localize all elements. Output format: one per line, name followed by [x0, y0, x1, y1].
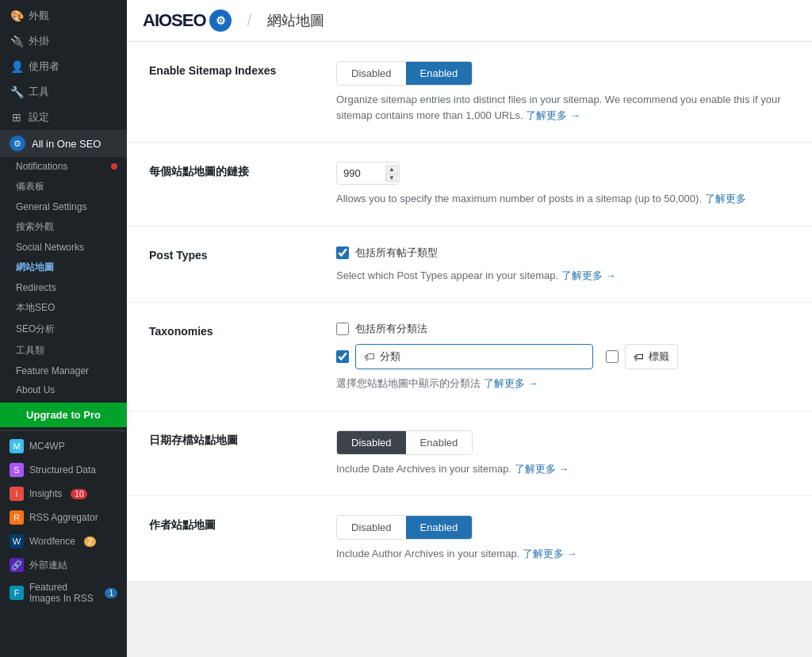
settings-icon: ⊞: [10, 111, 24, 124]
taxonomies-learn-more[interactable]: 了解更多 →: [484, 377, 538, 389]
plugins-icon: 🔌: [10, 35, 24, 48]
sidebar-item-label: 外掛: [29, 34, 49, 48]
author-sitemap-enabled-button[interactable]: Enabled: [406, 516, 473, 539]
tag1-checkbox[interactable]: [336, 350, 349, 363]
tag2-checkbox[interactable]: [606, 350, 619, 363]
date-archives-toggle-group: Disabled Enabled: [336, 430, 473, 455]
author-sitemap-disabled-button[interactable]: Disabled: [337, 516, 406, 539]
external-links-icon: 🔗: [10, 558, 24, 572]
taxonomies-section: Taxonomies 包括所有分類法 🏷 分類 🏷: [127, 303, 812, 411]
sidebar-item-label: 工具: [29, 85, 49, 99]
external-links-label: 外部連結: [29, 559, 67, 572]
plugin-item-structured-data[interactable]: S Structured Data: [0, 458, 127, 482]
sidebar: 🎨 外觀 🔌 外掛 👤 使用者 🔧 工具 ⊞ 設定 ⚙ All in One S…: [0, 0, 127, 657]
local-seo-label: 本地SEO: [16, 301, 55, 315]
page-title: 網站地圖: [267, 11, 324, 30]
mc4wp-icon: M: [10, 439, 24, 453]
enabled-button[interactable]: Enabled: [406, 62, 473, 85]
author-sitemap-control: Disabled Enabled Include Author Archives…: [336, 515, 790, 562]
plugin-item-mc4wp[interactable]: M MC4WP: [0, 434, 127, 458]
submenu-item-sitemap[interactable]: 網站地圖: [0, 257, 127, 278]
featured-images-label: Featured Images In RSS: [29, 582, 96, 604]
social-networks-label: Social Networks: [16, 242, 84, 253]
sidebar-item-label: 使用者: [29, 59, 59, 74]
taxonomies-control: 包括所有分類法 🏷 分類 🏷 標籤: [336, 322, 790, 392]
tag1-field[interactable]: 🏷 分類: [355, 344, 593, 369]
enable-sitemap-description: Organize sitemap entries into distinct f…: [336, 92, 790, 123]
tag1-icon: 🏷: [364, 350, 375, 363]
about-us-label: About Us: [16, 384, 55, 395]
submenu-item-feature-manager[interactable]: Feature Manager: [0, 361, 127, 380]
enable-sitemap-toggle-group: Disabled Enabled: [336, 61, 473, 86]
submenu-item-about-us[interactable]: About Us: [0, 380, 127, 399]
date-archives-section: 日期存檔站點地圖 Disabled Enabled Include Date A…: [127, 411, 812, 497]
plugin-item-featured-images[interactable]: F Featured Images In RSS 1: [0, 577, 127, 609]
logo-gear-icon: ⚙: [209, 10, 232, 32]
spinner-down[interactable]: ▼: [385, 174, 398, 181]
submenu-item-redirects[interactable]: Redirects: [0, 278, 127, 297]
submenu-item-social-networks[interactable]: Social Networks: [0, 238, 127, 257]
submenu-item-tools-menu[interactable]: 工具類: [0, 340, 127, 361]
sidebar-item-settings[interactable]: ⊞ 設定: [0, 105, 127, 130]
author-sitemap-description: Include Author Archives in your sitemap.…: [336, 546, 790, 562]
search-appearance-label: 搜索外觀: [16, 220, 54, 234]
date-archives-enabled-button[interactable]: Enabled: [406, 431, 473, 454]
sidebar-item-users[interactable]: 👤 使用者: [0, 54, 127, 79]
author-sitemap-section: 作者站點地圖 Disabled Enabled Include Author A…: [127, 496, 812, 582]
sidebar-divider: [0, 430, 127, 431]
general-settings-label: General Settings: [16, 201, 86, 212]
date-archives-disabled-button[interactable]: Disabled: [337, 431, 406, 454]
tools-menu-label: 工具類: [16, 344, 44, 357]
wordfence-label: Wordfence: [29, 536, 75, 547]
disabled-button[interactable]: Disabled: [337, 62, 406, 85]
structured-data-icon: S: [10, 463, 24, 477]
structured-data-label: Structured Data: [29, 464, 96, 476]
spinner-up[interactable]: ▲: [385, 165, 398, 173]
date-archives-control: Disabled Enabled Include Date Archives i…: [336, 430, 790, 477]
post-types-learn-more[interactable]: 了解更多 →: [561, 269, 616, 281]
sidebar-item-appearance[interactable]: 🎨 外觀: [0, 3, 127, 29]
enable-sitemap-learn-more[interactable]: 了解更多 →: [526, 109, 580, 121]
rss-label: RSS Aggregator: [29, 512, 98, 523]
date-archives-learn-more[interactable]: 了解更多 →: [515, 463, 569, 475]
author-sitemap-label: 作者站點地圖: [149, 515, 324, 533]
tag2-wrapper: 🏷 標籤: [606, 344, 678, 369]
insights-badge: 10: [71, 489, 87, 499]
notifications-label: Notifications: [16, 161, 67, 172]
tag-input-row: 🏷 分類 🏷 標籤: [336, 344, 790, 369]
submenu-item-search-appearance[interactable]: 搜索外觀: [0, 216, 127, 238]
aioseo-menu-header[interactable]: ⚙ All in One SEO: [0, 130, 127, 157]
post-types-checkbox[interactable]: [336, 246, 349, 259]
submenu-item-local-seo[interactable]: 本地SEO: [0, 297, 127, 319]
date-archives-label: 日期存檔站點地圖: [149, 430, 324, 448]
main-content: AIOSEO ⚙ / 網站地圖 Enable Sitemap Indexes D…: [127, 0, 812, 657]
aioseo-menu-label: All in One SEO: [32, 138, 101, 150]
submenu-item-dashboard[interactable]: 備表板: [0, 176, 127, 197]
plugin-item-wordfence[interactable]: W Wordfence 2: [0, 529, 127, 553]
plugin-item-rss[interactable]: R RSS Aggregator: [0, 506, 127, 529]
max-urls-section: 每個站點地圖的鏈接 ▲ ▼ Allows you to specify the …: [127, 143, 812, 227]
submenu-item-seo-analysis[interactable]: SEO分析: [0, 319, 127, 340]
submenu-item-general-settings[interactable]: General Settings: [0, 197, 127, 216]
author-sitemap-toggle-group: Disabled Enabled: [336, 515, 473, 540]
enable-sitemap-indexes-section: Enable Sitemap Indexes Disabled Enabled …: [127, 42, 812, 143]
tag1-text: 分類: [380, 350, 584, 364]
sidebar-item-plugins[interactable]: 🔌 外掛: [0, 29, 127, 54]
author-sitemap-learn-more[interactable]: 了解更多 →: [523, 548, 577, 560]
wordfence-badge: 2: [84, 537, 97, 547]
plugin-item-external-links[interactable]: 🔗 外部連結: [0, 553, 127, 577]
taxonomies-description: 選擇您站點地圖中顯示的分類法 了解更多 →: [336, 376, 790, 392]
notifications-dot: [111, 163, 117, 170]
include-all-taxonomies-row: 包括所有分類法: [336, 322, 790, 336]
max-urls-control: ▲ ▼ Allows you to specify the maximum nu…: [336, 162, 790, 207]
sidebar-item-tools[interactable]: 🔧 工具: [0, 79, 127, 105]
tag2-icon: 🏷: [634, 351, 644, 363]
upgrade-to-pro-button[interactable]: Upgrade to Pro: [0, 403, 127, 427]
tag2-label: 標籤: [649, 350, 669, 364]
plugin-item-insights[interactable]: i Insights 10: [0, 482, 127, 506]
include-all-taxonomies-checkbox[interactable]: [336, 323, 349, 335]
seo-analysis-label: SEO分析: [16, 323, 55, 336]
submenu-item-notifications[interactable]: Notifications: [0, 157, 127, 176]
appearance-icon: 🎨: [10, 10, 24, 22]
max-urls-learn-more[interactable]: 了解更多: [705, 193, 746, 204]
